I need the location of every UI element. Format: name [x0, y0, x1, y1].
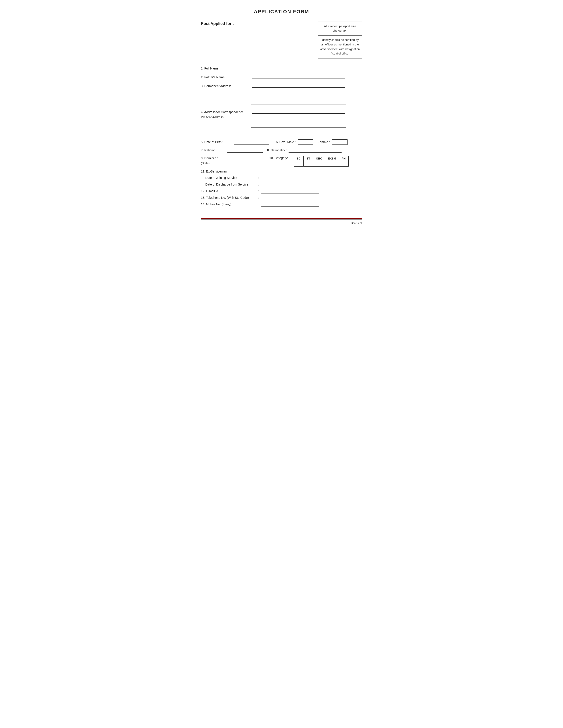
cat-header-st: ST — [304, 156, 313, 161]
correspondence-address-label: 4. Address for Correspondence / Present … — [201, 109, 249, 120]
post-applied-section: Post Applied for : — [201, 21, 318, 26]
post-applied-label: Post Applied for : — [201, 21, 234, 26]
cat-header-ph: PH — [339, 156, 349, 161]
domicile-label: 9. Domicile : (State) — [201, 156, 227, 166]
form-fields: 1. Full Name : 2. Father's Name : 3. Per… — [201, 65, 362, 207]
domicile-input[interactable] — [227, 156, 263, 161]
permanent-address-input-1[interactable] — [252, 83, 345, 88]
joining-service-row: Date of Joining Service : — [205, 175, 362, 180]
correspondence-section: 4. Address for Correspondence / Present … — [201, 109, 362, 135]
fathers-name-row: 2. Father's Name : — [201, 74, 362, 81]
discharge-label: Date of Discharge from Service — [205, 183, 258, 186]
permanent-address-row: 3. Permanent Address : — [201, 83, 362, 89]
cat-cell-exsm[interactable] — [325, 161, 339, 166]
fathers-name-input[interactable] — [252, 74, 345, 79]
female-label: Female : — [318, 140, 330, 144]
top-section: Post Applied for : Affix recent passport… — [201, 21, 362, 58]
page-title: APPLICATION FORM — [201, 9, 362, 15]
ex-serviceman-label: 11. Ex-Serviceman — [201, 170, 362, 173]
joining-input[interactable] — [261, 175, 319, 180]
category-section: 10. Category: SC ST OBC EXSM PH — [269, 156, 349, 167]
correspondence-address-row: 4. Address for Correspondence / Present … — [201, 109, 362, 120]
dob-label: 5. Date of Birth : — [201, 140, 234, 144]
mobile-input[interactable] — [261, 202, 319, 207]
domicile-category-row: 9. Domicile : (State) 10. Category: SC S… — [201, 156, 362, 167]
telephone-label: 13. Telephone No. (With Std Code) — [201, 196, 258, 199]
bottom-bar: Page 1 — [201, 218, 362, 225]
email-row: 12. E-mail id : — [201, 189, 362, 193]
sex-label: 6. Sex : Male : — [276, 140, 296, 144]
cat-header-sc: SC — [294, 156, 304, 161]
correspondence-address-input-1[interactable] — [252, 109, 345, 114]
discharge-input[interactable] — [261, 182, 319, 187]
email-label: 12. E-mail id — [201, 189, 258, 193]
full-name-input[interactable] — [252, 65, 345, 70]
cat-cell-st[interactable] — [304, 161, 313, 166]
category-table: SC ST OBC EXSM PH — [294, 156, 349, 167]
mobile-label: 14. Mobile No. (If any) — [201, 203, 258, 206]
ex-serviceman-section: 11. Ex-Serviceman Date of Joining Servic… — [201, 170, 362, 187]
cat-cell-ph[interactable] — [339, 161, 349, 166]
nationality-input[interactable] — [289, 148, 342, 153]
permanent-address-input-2[interactable] — [251, 92, 346, 97]
mobile-row: 14. Mobile No. (If any) : — [201, 202, 362, 207]
cat-header-obc: OBC — [313, 156, 325, 161]
email-input[interactable] — [261, 189, 319, 193]
sex-male-checkbox[interactable] — [298, 139, 313, 145]
page-number: Page 1 — [352, 221, 362, 225]
nationality-label: 8. Nationality : — [267, 148, 287, 152]
full-name-label: 1. Full Name — [201, 65, 249, 71]
fathers-name-label: 2. Father's Name — [201, 74, 249, 80]
religion-nationality-row: 7. Religion : 8. Nationality : — [201, 148, 362, 153]
permanent-address-label: 3. Permanent Address — [201, 83, 249, 88]
permanent-address-input-3[interactable] — [251, 100, 346, 105]
full-name-row: 1. Full Name : — [201, 65, 362, 72]
category-label: 10. Category: — [269, 156, 292, 160]
discharge-service-row: Date of Discharge from Service : — [205, 182, 362, 187]
dob-input[interactable] — [234, 140, 269, 144]
religion-label: 7. Religion : — [201, 148, 227, 152]
cat-cell-obc[interactable] — [313, 161, 325, 166]
cat-header-exsm: EXSM — [325, 156, 339, 161]
dob-sex-row: 5. Date of Birth : 6. Sex : Male : Femal… — [201, 139, 362, 145]
religion-input[interactable] — [227, 148, 263, 153]
post-applied-line[interactable] — [235, 21, 293, 26]
photo-bottom-text: Identity should be certified by an offic… — [318, 36, 362, 58]
correspondence-address-input-3[interactable] — [251, 130, 346, 135]
joining-label: Date of Joining Service — [205, 176, 258, 180]
cat-cell-sc[interactable] — [294, 161, 304, 166]
telephone-row: 13. Telephone No. (With Std Code) : — [201, 195, 362, 200]
photo-top-text: Affix recent passport size photograph — [318, 21, 362, 36]
sex-female-checkbox[interactable] — [332, 139, 348, 145]
telephone-input[interactable] — [261, 195, 319, 200]
correspondence-address-input-2[interactable] — [251, 123, 346, 128]
photo-box: Affix recent passport size photograph Id… — [318, 21, 362, 58]
